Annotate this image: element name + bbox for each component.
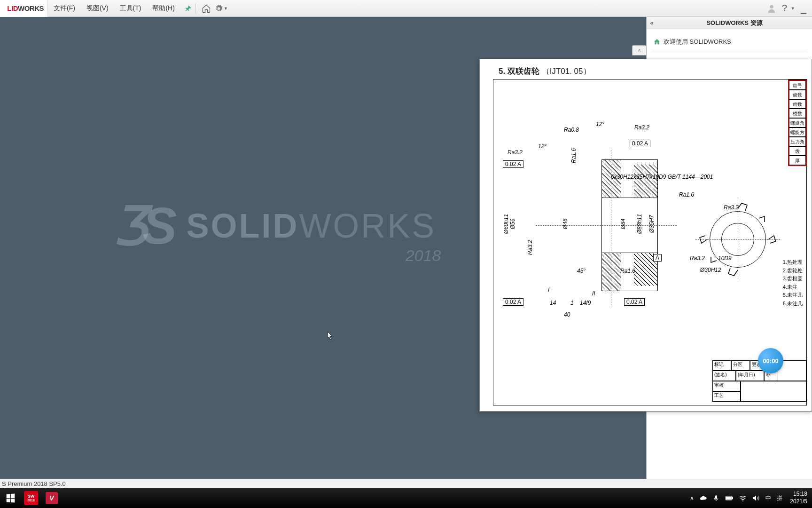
param-cell: 齿 <box>789 146 806 156</box>
param-cell: 螺旋角 <box>789 118 806 127</box>
svg-rect-3 <box>715 495 717 499</box>
hatch-region <box>602 253 621 291</box>
menu-bar: LIDWORKS 文件(F) 视图(V) 工具(T) 帮助(H) ▼ ? ▼ _ <box>0 0 812 17</box>
param-cell: 螺旋方 <box>789 127 806 137</box>
chevron-up-icon: ∧ <box>632 46 646 53</box>
ime-language[interactable]: 中 <box>763 488 774 508</box>
menu-file[interactable]: 文件(F) <box>48 0 81 16</box>
help-button[interactable]: ? <box>779 3 790 14</box>
panel-header: « SOLIDWORKS 资源 <box>647 17 812 29</box>
datum-box: A <box>653 254 662 262</box>
panel-title: SOLIDWORKS 资源 <box>657 19 812 27</box>
ra-label: Ra1.6 <box>570 148 577 163</box>
note-line: 6.未注几 <box>783 300 803 308</box>
note-line: 1.热处理 <box>783 258 803 267</box>
home-icon <box>653 38 661 46</box>
svg-rect-6 <box>726 497 732 500</box>
panel-collapse-button[interactable]: « <box>647 19 657 26</box>
taskbar-clock[interactable]: 15:18 2021/5 <box>785 491 812 505</box>
ra-label: Ra3.2 <box>690 255 705 262</box>
tray-microphone-icon[interactable] <box>710 488 722 508</box>
tray-cloud-icon[interactable] <box>697 488 710 508</box>
menu-items: 文件(F) 视图(V) 工具(T) 帮助(H) <box>48 0 193 16</box>
param-cell: 齿数 <box>789 99 806 109</box>
windows-logo-icon <box>7 493 15 502</box>
param-cell: 齿号 <box>789 80 806 90</box>
pin-icon[interactable] <box>184 4 193 13</box>
diameter-label: Ø60h11 <box>503 214 509 234</box>
tray-battery-icon[interactable] <box>722 488 736 508</box>
param-cell: 模数 <box>789 109 806 118</box>
ime-mode[interactable]: 拼 <box>774 488 785 508</box>
tb-cell: 审核 <box>712 381 741 391</box>
ds-logo-icon: ƷS <box>113 205 172 246</box>
wm-solid: SOLID <box>186 207 299 245</box>
sw-task-icon: SW2018 <box>24 491 38 505</box>
user-account-button[interactable] <box>765 2 778 15</box>
diameter-label: Ø46 <box>562 219 569 230</box>
wm-year: 2018 <box>406 246 441 265</box>
system-tray: ∧ 中 拼 15:18 2021/5 <box>687 488 812 508</box>
menu-right-group: ? ▼ _ <box>764 2 812 15</box>
ra-label: Ra0.8 <box>564 127 579 133</box>
tray-overflow[interactable]: ∧ <box>687 488 697 508</box>
ra-label: Ra3.2 <box>724 204 739 211</box>
chevron-down-icon: ▼ <box>224 6 228 11</box>
svg-rect-5 <box>732 497 733 499</box>
svg-point-7 <box>742 500 743 501</box>
wm-works: WORKS <box>299 207 436 245</box>
welcome-text: 欢迎使用 SOLIDWORKS <box>664 38 731 46</box>
diameter-label: Ø84 <box>620 219 626 230</box>
centerline <box>536 225 677 226</box>
note-line: 2.齿轮处 <box>783 267 803 275</box>
menu-view[interactable]: 视图(V) <box>81 0 114 16</box>
tray-volume-icon[interactable] <box>750 488 763 508</box>
status-text: S Premium 2018 SP5.0 <box>2 480 66 487</box>
note-line: 3.齿根圆 <box>783 275 803 283</box>
gtol-box: 0.02 A <box>503 298 523 306</box>
gear-param-table: 齿号 齿数 齿数 模数 螺旋角 螺旋方 压力角 齿 厚 <box>788 79 807 166</box>
menu-tools[interactable]: 工具(T) <box>114 0 147 16</box>
drawing-document[interactable]: 5. 双联齿轮 （IJT01. 05） 齿号 齿数 齿数 模数 螺旋角 螺旋方 … <box>479 59 812 412</box>
panel-expand-tab[interactable]: ∧ <box>632 45 646 56</box>
title-code: （IJT01. 05） <box>542 67 591 76</box>
angle-label: 45° <box>577 268 586 274</box>
clock-date: 2021/5 <box>790 498 807 506</box>
tb-cell <box>741 381 806 402</box>
svg-point-0 <box>770 5 773 8</box>
panel-body: 欢迎使用 SOLIDWORKS <box>647 29 812 55</box>
width-label: 40 <box>564 311 570 318</box>
angle-label: 12° <box>596 121 604 127</box>
param-cell: 齿数 <box>789 90 806 99</box>
taskbar-solidworks[interactable]: SW2018 <box>21 489 41 507</box>
gtol-box: 0.02 A <box>630 140 650 147</box>
help-dropdown-icon[interactable]: ▼ <box>791 6 795 11</box>
minimize-dash[interactable]: _ <box>799 2 808 15</box>
home-button[interactable] <box>200 2 213 15</box>
menu-help[interactable]: 帮助(H) <box>147 0 180 16</box>
options-button[interactable]: ▼ <box>215 2 228 15</box>
ra-label: Ra3.2 <box>634 124 649 131</box>
drawing-title: 5. 双联齿轮 （IJT01. 05） <box>499 66 591 77</box>
spline-callout: 6x30H12x35H7x10D9 GB/T 1144—2001 <box>611 174 713 180</box>
welcome-link[interactable]: 欢迎使用 SOLIDWORKS <box>651 33 807 51</box>
tb-cell: (签名) <box>712 371 736 381</box>
width-label: 1 <box>570 300 574 306</box>
timer-badge[interactable]: 00:00 <box>758 348 783 373</box>
angle-label: 12° <box>538 143 547 150</box>
watermark: ƷS SOLIDWORKS 2018 <box>113 205 436 246</box>
app-logo: LIDWORKS <box>0 0 48 17</box>
tb-cell: 标记 <box>712 360 731 371</box>
tray-wifi-icon[interactable] <box>736 488 750 508</box>
taskbar-app-red[interactable]: V <box>42 489 62 507</box>
v-app-icon: V <box>46 492 58 504</box>
start-button[interactable] <box>0 489 20 507</box>
section-mark: I <box>548 286 549 293</box>
tb-cell: 分区 <box>731 360 750 371</box>
note-line: 5.未注几 <box>783 291 803 300</box>
title-name: 双联齿轮 <box>508 67 539 76</box>
taskbar: SW2018 V ∧ 中 拼 15:18 2021/5 <box>0 488 812 508</box>
param-cell: 厚 <box>789 156 806 165</box>
width-label: 14 <box>550 300 556 306</box>
tb-cell: (年月日) <box>736 371 764 381</box>
